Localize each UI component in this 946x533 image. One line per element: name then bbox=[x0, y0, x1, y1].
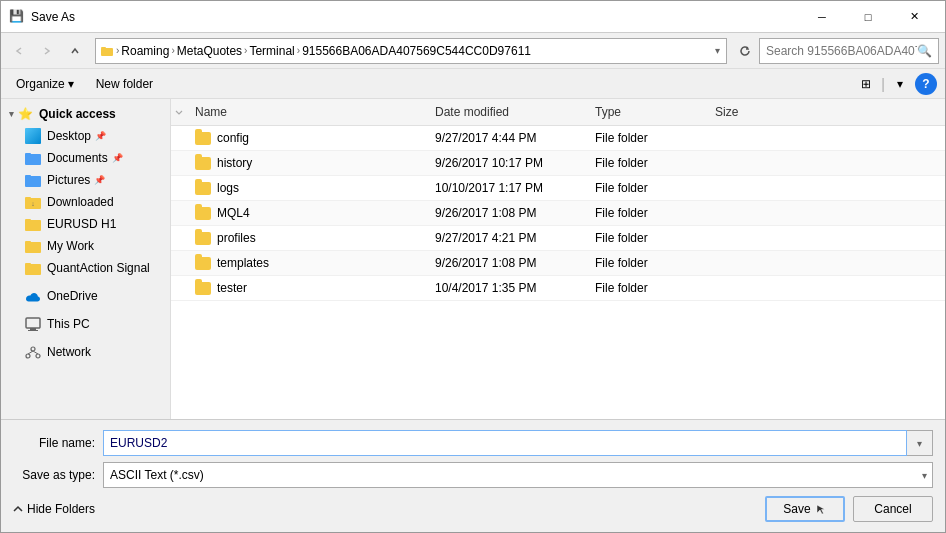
view-dropdown-button[interactable]: ▾ bbox=[889, 73, 911, 95]
save-button[interactable]: Save bbox=[765, 496, 845, 522]
file-size bbox=[707, 210, 787, 216]
sidebar-item-mywork[interactable]: My Work bbox=[1, 235, 170, 257]
pictures-icon bbox=[25, 172, 41, 188]
file-name: MQL4 bbox=[217, 206, 250, 220]
onedrive-icon bbox=[25, 288, 41, 304]
refresh-button[interactable] bbox=[735, 39, 755, 63]
titlebar-buttons: ─ □ ✕ bbox=[799, 1, 937, 33]
documents-icon bbox=[25, 150, 41, 166]
savetype-row: Save as type: ASCII Text (*.csv) ▾ bbox=[13, 462, 933, 488]
svg-rect-17 bbox=[28, 330, 38, 331]
filename-dropdown-icon[interactable]: ▾ bbox=[907, 430, 933, 456]
help-button[interactable]: ? bbox=[915, 73, 937, 95]
dialog-title: Save As bbox=[31, 10, 799, 24]
hide-folders-label: Hide Folders bbox=[27, 502, 95, 516]
minimize-button[interactable]: ─ bbox=[799, 1, 845, 33]
toolbar-right: ⊞ | ▾ ? bbox=[855, 73, 937, 95]
up-button[interactable] bbox=[63, 39, 87, 63]
hide-folders-button[interactable]: Hide Folders bbox=[13, 502, 95, 516]
title-icon: 💾 bbox=[9, 9, 25, 25]
view-divider: | bbox=[881, 76, 885, 92]
file-size bbox=[707, 285, 787, 291]
new-folder-button[interactable]: New folder bbox=[89, 73, 160, 95]
address-bar[interactable]: › Roaming › MetaQuotes › Terminal › 9155… bbox=[95, 38, 727, 64]
savetype-select[interactable]: ASCII Text (*.csv) bbox=[103, 462, 933, 488]
svg-line-22 bbox=[33, 351, 38, 354]
address-dropdown-icon[interactable]: ▾ bbox=[713, 45, 722, 56]
search-bar[interactable]: 🔍 bbox=[759, 38, 939, 64]
svg-rect-3 bbox=[25, 153, 31, 156]
table-row[interactable]: config 9/27/2017 4:44 PM File folder bbox=[171, 126, 945, 151]
search-input[interactable] bbox=[766, 44, 917, 58]
svg-rect-15 bbox=[26, 318, 40, 328]
col-date-header[interactable]: Date modified bbox=[427, 101, 587, 123]
breadcrumb-guid: 915566BA06ADA407569C544CC0D97611 bbox=[302, 44, 531, 58]
file-name: history bbox=[217, 156, 252, 170]
sidebar-item-desktop-label: Desktop bbox=[47, 129, 91, 143]
col-type-header[interactable]: Type bbox=[587, 101, 707, 123]
back-button[interactable] bbox=[7, 39, 31, 63]
file-date: 9/26/2017 1:08 PM bbox=[427, 203, 587, 223]
svg-point-19 bbox=[26, 354, 30, 358]
table-row[interactable]: history 9/26/2017 10:17 PM File folder bbox=[171, 151, 945, 176]
file-name: profiles bbox=[217, 231, 256, 245]
filename-input[interactable] bbox=[103, 430, 907, 456]
sidebar-item-documents-label: Documents bbox=[47, 151, 108, 165]
file-type: File folder bbox=[587, 203, 707, 223]
folder-icon bbox=[100, 44, 114, 58]
svg-rect-0 bbox=[101, 48, 113, 56]
breadcrumb-terminal: Terminal bbox=[249, 44, 294, 58]
table-row[interactable]: tester 10/4/2017 1:35 PM File folder bbox=[171, 276, 945, 301]
svg-point-18 bbox=[31, 347, 35, 351]
cancel-label: Cancel bbox=[874, 502, 911, 516]
sidebar-item-thispc[interactable]: This PC bbox=[1, 313, 170, 335]
svg-marker-23 bbox=[817, 505, 825, 514]
sidebar-item-eurusd[interactable]: EURUSD H1 bbox=[1, 213, 170, 235]
search-icon[interactable]: 🔍 bbox=[917, 44, 932, 58]
svg-line-21 bbox=[28, 351, 33, 354]
breadcrumb-roaming: Roaming bbox=[121, 44, 169, 58]
sidebar-item-documents[interactable]: Documents 📌 bbox=[1, 147, 170, 169]
sidebar-item-downloaded[interactable]: ↓ Downloaded bbox=[1, 191, 170, 213]
file-type: File folder bbox=[587, 128, 707, 148]
sidebar-item-quantaction[interactable]: QuantAction Signal bbox=[1, 257, 170, 279]
file-date: 9/26/2017 10:17 PM bbox=[427, 153, 587, 173]
folder-icon bbox=[195, 182, 211, 195]
quick-access-label: Quick access bbox=[39, 107, 116, 121]
address-toolbar: › Roaming › MetaQuotes › Terminal › 9155… bbox=[1, 33, 945, 69]
table-row[interactable]: MQL4 9/26/2017 1:08 PM File folder bbox=[171, 201, 945, 226]
table-row[interactable]: templates 9/26/2017 1:08 PM File folder bbox=[171, 251, 945, 276]
sidebar-quick-access-header[interactable]: ▾ ⭐ Quick access bbox=[1, 103, 170, 125]
sidebar-item-downloaded-label: Downloaded bbox=[47, 195, 114, 209]
forward-button[interactable] bbox=[35, 39, 59, 63]
bottom-bar: File name: ▾ Save as type: ASCII Text (*… bbox=[1, 419, 945, 532]
close-button[interactable]: ✕ bbox=[891, 1, 937, 33]
titlebar: 💾 Save As ─ □ ✕ bbox=[1, 1, 945, 33]
breadcrumb: › Roaming › MetaQuotes › Terminal › 9155… bbox=[100, 44, 713, 58]
file-date: 9/27/2017 4:44 PM bbox=[427, 128, 587, 148]
sidebar-item-pictures[interactable]: Pictures 📌 bbox=[1, 169, 170, 191]
col-name-header[interactable]: Name bbox=[187, 101, 427, 123]
pin-icon-pictures: 📌 bbox=[94, 175, 105, 185]
savetype-select-wrap: ASCII Text (*.csv) ▾ bbox=[103, 462, 933, 488]
sidebar-item-onedrive[interactable]: OneDrive bbox=[1, 285, 170, 307]
folder-icon bbox=[195, 157, 211, 170]
view-button[interactable]: ⊞ bbox=[855, 73, 877, 95]
quick-access-chevron-icon: ▾ bbox=[9, 109, 14, 119]
organize-button[interactable]: Organize ▾ bbox=[9, 73, 81, 95]
maximize-button[interactable]: □ bbox=[845, 1, 891, 33]
folder-icon bbox=[195, 207, 211, 220]
cancel-button[interactable]: Cancel bbox=[853, 496, 933, 522]
file-date: 10/4/2017 1:35 PM bbox=[427, 278, 587, 298]
quick-access-icon: ⭐ bbox=[18, 107, 33, 121]
svg-rect-12 bbox=[25, 241, 31, 244]
organize-toolbar: Organize ▾ New folder ⊞ | ▾ ? bbox=[1, 69, 945, 99]
table-row[interactable]: logs 10/10/2017 1:17 PM File folder bbox=[171, 176, 945, 201]
folder-icon bbox=[195, 282, 211, 295]
mywork-icon bbox=[25, 238, 41, 254]
table-row[interactable]: profiles 9/27/2017 4:21 PM File folder bbox=[171, 226, 945, 251]
file-date: 9/27/2017 4:21 PM bbox=[427, 228, 587, 248]
sidebar-item-network[interactable]: Network bbox=[1, 341, 170, 363]
col-size-header[interactable]: Size bbox=[707, 101, 787, 123]
sidebar-item-desktop[interactable]: Desktop 📌 bbox=[1, 125, 170, 147]
